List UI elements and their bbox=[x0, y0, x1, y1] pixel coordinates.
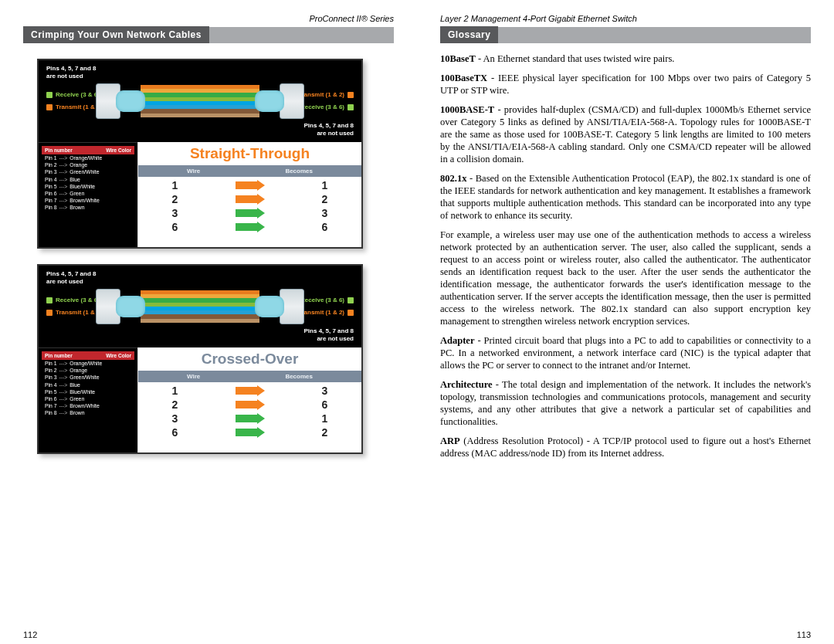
right-bar-extension bbox=[498, 27, 811, 43]
glossary-entry: Adapter - Printed circuit board that plu… bbox=[440, 334, 811, 371]
glossary-entry: 10BaseT - An Ethernet standard that uses… bbox=[440, 53, 811, 65]
cable-diagram: Pins 4, 5, 7 and 8are not usedPins 4, 5,… bbox=[37, 59, 363, 249]
right-section-bar: Glossary bbox=[440, 26, 811, 43]
glossary-entry: 1000BASE-T - provides half-duplex (CSMA/… bbox=[440, 103, 811, 165]
glossary-entry: ARP (Address Resolution Protocol) - A TC… bbox=[440, 435, 811, 459]
diagram-area: Pins 4, 5, 7 and 8are not usedPins 4, 5,… bbox=[23, 53, 394, 469]
left-section-bar: Crimping Your Own Network Cables bbox=[23, 26, 394, 43]
right-section-title: Glossary bbox=[440, 26, 498, 43]
right-page-number: 113 bbox=[797, 630, 811, 639]
right-page: Layer 2 Management 4-Port Gigabit Ethern… bbox=[417, 0, 834, 644]
left-page-header: ProConnect II® Series bbox=[23, 14, 394, 23]
glossary-entry: 100BaseTX - IEEE physical layer specific… bbox=[440, 72, 811, 97]
glossary-entry: 802.1x - Based on the Extensible Authent… bbox=[440, 172, 811, 222]
left-section-title: Crimping Your Own Network Cables bbox=[23, 26, 209, 43]
glossary-entry: For example, a wireless user may use one… bbox=[440, 229, 811, 327]
glossary-body: 10BaseT - An Ethernet standard that uses… bbox=[440, 53, 811, 466]
left-page: ProConnect II® Series Crimping Your Own … bbox=[0, 0, 417, 644]
left-page-number: 112 bbox=[23, 630, 37, 639]
cable-diagram: Pins 4, 5, 7 and 8are not usedPins 4, 5,… bbox=[37, 264, 363, 454]
right-page-header: Layer 2 Management 4-Port Gigabit Ethern… bbox=[440, 14, 811, 23]
glossary-entry: Architecture - The total design and impl… bbox=[440, 378, 811, 428]
left-bar-extension bbox=[209, 27, 394, 43]
